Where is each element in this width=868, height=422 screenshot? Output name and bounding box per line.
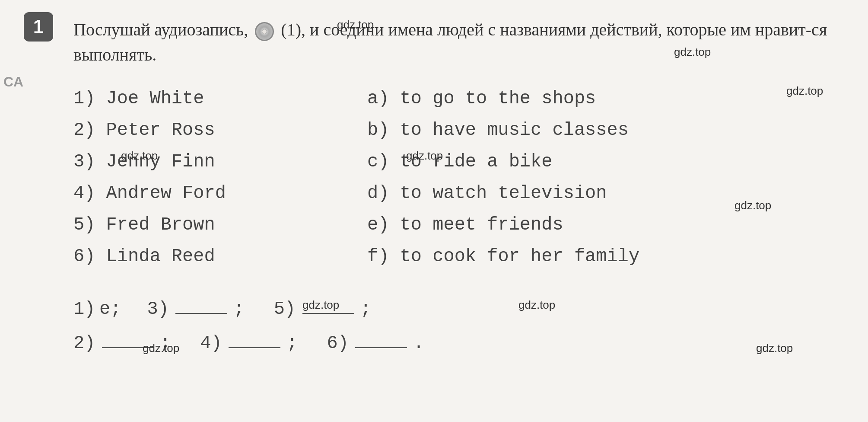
name-item: 5) Fred Brown xyxy=(73,211,367,239)
activity-item: f) to cook for her family xyxy=(367,243,842,271)
activity-item: c) to ride a bike xyxy=(367,148,842,176)
names-column: 1) Joe White2) Peter Ross3) Jenny Finn4)… xyxy=(73,85,367,275)
activity-item: a) to go to the shops xyxy=(367,85,842,113)
answer-blank[interactable] xyxy=(229,332,280,348)
instruction-text: Послушай аудиозапись, (1), и соедини име… xyxy=(73,17,842,67)
answer-label: 3) xyxy=(147,299,173,320)
answer-label: 2) xyxy=(73,333,99,354)
activities-column: a) to go to the shopsb) to have music cl… xyxy=(367,85,842,275)
answer-item: 5); xyxy=(274,298,375,320)
answer-item: 4); xyxy=(200,332,301,354)
answer-blank[interactable] xyxy=(302,298,354,314)
ca-label: CA xyxy=(3,74,23,90)
content-area: 1) Joe White2) Peter Ross3) Jenny Finn4)… xyxy=(73,85,842,275)
instruction-part1: Послушай аудиозапись, xyxy=(73,20,248,39)
answer-blank[interactable] xyxy=(175,298,227,314)
answers-section: 1)e;3);5); 2);4);6). xyxy=(73,298,842,354)
answer-item: 6). xyxy=(327,332,427,354)
instruction-cd: (1), xyxy=(281,20,305,39)
page: 1 Послушай аудиозапись, (1), и соедини и… xyxy=(0,0,868,422)
answer-sep: . xyxy=(413,333,424,354)
name-item: 2) Peter Ross xyxy=(73,116,367,144)
answer-sep: ; xyxy=(360,299,371,320)
answer-item: 3); xyxy=(147,298,248,320)
answer-label: 1) xyxy=(73,299,99,320)
activity-item: b) to have music classes xyxy=(367,116,842,144)
answer-label: 4) xyxy=(200,333,226,354)
answer-sep: ; xyxy=(160,333,171,354)
task-number-label: 1 xyxy=(33,16,44,38)
answer-sep: ; xyxy=(286,333,297,354)
answer-item: 1)e; xyxy=(73,299,121,320)
name-item: 3) Jenny Finn xyxy=(73,148,367,176)
answer-label: 5) xyxy=(274,299,300,320)
answer-item: 2); xyxy=(73,332,174,354)
name-item: 1) Joe White xyxy=(73,85,367,113)
activity-item: d) to watch television xyxy=(367,179,842,208)
answer-blank[interactable] xyxy=(355,332,407,348)
answers-row-2: 2);4);6). xyxy=(73,332,842,354)
task-number-badge: 1 xyxy=(24,12,53,42)
answer-blank[interactable] xyxy=(102,332,154,348)
answer-label: 6) xyxy=(327,333,353,354)
name-item: 6) Linda Reed xyxy=(73,243,367,271)
cd-icon xyxy=(255,22,274,41)
activity-item: e) to meet friends xyxy=(367,211,842,239)
answer-value: e; xyxy=(99,299,121,320)
name-item: 4) Andrew Ford xyxy=(73,179,367,208)
answer-sep: ; xyxy=(233,299,244,320)
answers-row-1: 1)e;3);5); xyxy=(73,298,842,320)
